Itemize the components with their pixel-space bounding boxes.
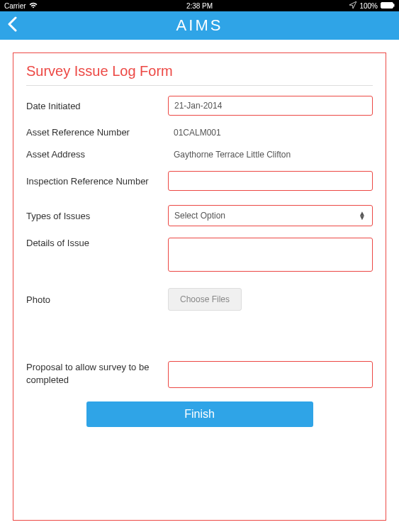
label-inspection-ref: Inspection Reference Number [26, 176, 168, 187]
form-title: Survey Issue Log Form [26, 63, 373, 86]
location-icon [349, 1, 356, 10]
nav-bar: AIMS [0, 11, 399, 40]
finish-button[interactable]: Finish [86, 401, 313, 427]
label-photo: Photo [26, 294, 168, 305]
value-asset-address: Gaythorne Terrace Little Clifton [168, 150, 291, 160]
wifi-icon [29, 2, 38, 10]
form-container: Survey Issue Log Form Date Initiated Ass… [13, 52, 386, 521]
row-details: Details of Issue [26, 238, 373, 274]
svg-rect-0 [381, 2, 393, 8]
input-details[interactable] [168, 238, 373, 272]
select-types-of-issues[interactable]: Select Option [168, 205, 373, 226]
row-date-initiated: Date Initiated [26, 96, 373, 116]
row-photo: Photo Choose Files [26, 288, 373, 311]
input-inspection-ref[interactable] [168, 171, 373, 191]
label-asset-ref: Asset Reference Number [26, 127, 168, 138]
svg-rect-1 [393, 4, 395, 6]
label-proposal: Proposal to allow survey to be completed [26, 361, 168, 387]
label-asset-address: Asset Address [26, 149, 168, 160]
back-button[interactable] [7, 16, 17, 35]
row-asset-ref: Asset Reference Number 01CALM001 [26, 127, 373, 138]
input-proposal[interactable] [168, 361, 373, 388]
battery-icon [381, 2, 395, 10]
label-types-of-issues: Types of Issues [26, 211, 168, 221]
carrier-label: Carrier [4, 2, 26, 10]
label-details: Details of Issue [26, 238, 168, 248]
input-date-initiated[interactable] [168, 96, 373, 116]
status-bar: Carrier 2:38 PM 100% [0, 0, 399, 11]
row-proposal: Proposal to allow survey to be completed [26, 361, 373, 390]
choose-files-button[interactable]: Choose Files [168, 288, 242, 311]
status-time: 2:38 PM [186, 2, 213, 10]
battery-percent: 100% [359, 2, 378, 10]
spacer [26, 322, 373, 361]
row-types-of-issues: Types of Issues Select Option ▲▼ [26, 205, 373, 226]
row-asset-address: Asset Address Gaythorne Terrace Little C… [26, 149, 373, 160]
value-asset-ref: 01CALM001 [168, 128, 221, 138]
nav-title: AIMS [176, 16, 223, 35]
label-date-initiated: Date Initiated [26, 101, 168, 111]
row-inspection-ref: Inspection Reference Number [26, 171, 373, 191]
